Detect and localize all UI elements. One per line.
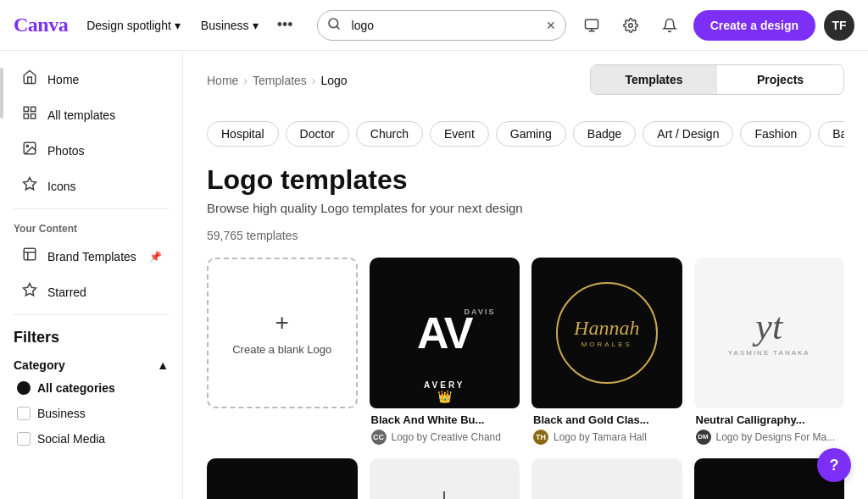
user-avatar[interactable]: TF xyxy=(824,10,854,41)
card-2-info: Black and Gold Clas... TH Logo by Tamara… xyxy=(531,408,682,446)
breadcrumb: Home › Templates › Logo xyxy=(207,74,348,87)
business-label: Business xyxy=(201,19,249,32)
pill-badge[interactable]: Badge xyxy=(573,121,636,147)
template-count: 59,765 templates xyxy=(207,229,844,242)
template-card-1[interactable]: AV DAVIS AVERY 👑 Black And White Bu... C… xyxy=(370,258,520,446)
card-1-author-row: CC Logo by Creative Chand xyxy=(371,430,519,445)
filter-section: Filters Category ▲ All categories Busine… xyxy=(0,320,182,460)
canva-logo[interactable]: Canva xyxy=(14,14,68,36)
canva-logo-text: Canva xyxy=(14,14,68,36)
card-1-thumb: AV DAVIS AVERY 👑 xyxy=(370,258,520,408)
pill-event[interactable]: Event xyxy=(430,121,489,147)
template-card-2[interactable]: Hannah MORALES Black and Gold Clas... TH xyxy=(531,258,682,446)
filter-check-social xyxy=(17,432,31,446)
card-3-thumb: yt YASMINE TANAKA xyxy=(694,258,845,408)
blank-label: Create a blank Logo xyxy=(232,343,331,356)
breadcrumb-sep-2: › xyxy=(312,74,316,87)
card-1-avatar: CC xyxy=(371,430,387,445)
sidebar-item-icons[interactable]: Icons xyxy=(7,169,175,203)
filter-all-categories[interactable]: All categories xyxy=(14,375,169,401)
toggle-templates[interactable]: Templates xyxy=(591,65,717,94)
notifications-icon-button[interactable] xyxy=(654,10,685,41)
breadcrumb-templates[interactable]: Templates xyxy=(253,74,307,87)
blank-plus-icon: + xyxy=(275,309,289,336)
sidebar-scrollbar xyxy=(0,68,3,119)
card-3-name: Neutral Calligraphy... xyxy=(696,413,843,426)
card-2-thumb: Hannah MORALES xyxy=(531,258,682,408)
hannah-circle: Hannah MORALES xyxy=(556,282,658,384)
create-blank-card[interactable]: + Create a blank Logo xyxy=(207,258,358,446)
search-clear-button[interactable]: ✕ xyxy=(546,19,556,32)
topnav-menu: Design spotlight ▾ Business ▾ ••• xyxy=(78,11,299,39)
view-toggle: Templates Projects xyxy=(590,64,844,95)
help-bubble[interactable]: ? xyxy=(817,448,851,482)
page-title: Logo templates xyxy=(207,164,844,196)
home-icon xyxy=(20,69,39,89)
sidebar-item-brand-templates[interactable]: Brand Templates 📌 xyxy=(7,239,175,274)
pill-doctor[interactable]: Doctor xyxy=(286,121,349,147)
more-menu-button[interactable]: ••• xyxy=(270,11,300,39)
blank-card-inner[interactable]: + Create a blank Logo xyxy=(207,258,358,408)
sidebar-item-photos[interactable]: Photos xyxy=(7,133,175,168)
starred-icon xyxy=(20,282,39,302)
template-card-6[interactable] xyxy=(531,458,682,500)
template-card-3[interactable]: yt YASMINE TANAKA Neutral Calligraphy...… xyxy=(694,258,845,446)
templates-grid: + Create a blank Logo AV DAVIS AVERY xyxy=(207,258,844,446)
main-layout: Home All templates Photos Icons Your Con… xyxy=(0,51,868,499)
sidebar-item-all-templates[interactable]: All templates xyxy=(7,97,175,132)
pill-gaming[interactable]: Gaming xyxy=(496,121,566,147)
svg-rect-13 xyxy=(24,248,36,260)
breadcrumb-current: Logo xyxy=(321,74,348,87)
breadcrumb-sep-1: › xyxy=(243,74,248,87)
toggle-projects[interactable]: Projects xyxy=(717,65,843,94)
card-1-author: Logo by Creative Chand xyxy=(392,431,501,443)
search-input[interactable] xyxy=(317,10,566,41)
design-spotlight-menu[interactable]: Design spotlight ▾ xyxy=(78,14,189,37)
templates-grid-row2 xyxy=(207,458,844,500)
sidebar-home-label: Home xyxy=(47,73,79,86)
sidebar-item-home[interactable]: Home xyxy=(7,62,175,97)
svg-rect-9 xyxy=(31,114,36,119)
card-4-thumb xyxy=(207,458,358,500)
filter-business[interactable]: Business xyxy=(14,401,169,426)
pill-art-design[interactable]: Art / Design xyxy=(643,121,733,147)
brand-templates-icon xyxy=(20,247,39,266)
create-design-button[interactable]: Create a design xyxy=(693,10,815,41)
monitor-icon-button[interactable] xyxy=(576,10,607,41)
search-container: ✕ xyxy=(317,10,566,41)
settings-icon-button[interactable] xyxy=(615,10,646,41)
svg-rect-7 xyxy=(31,107,36,111)
breadcrumb-home[interactable]: Home xyxy=(207,74,238,87)
sidebar-starred-label: Starred xyxy=(47,286,86,299)
template-card-5[interactable] xyxy=(370,458,520,500)
pill-band[interactable]: Band xyxy=(818,121,844,147)
pill-fashion[interactable]: Fashion xyxy=(740,121,811,147)
card-3-info: Neutral Calligraphy... DM Logo by Design… xyxy=(694,408,845,446)
card-5-thumb xyxy=(370,458,520,500)
page-subtitle: Browse high quality Logo templates for y… xyxy=(207,201,844,215)
card-3-author: Logo by Designs For Ma... xyxy=(716,431,836,443)
sidebar-brand-templates-label: Brand Templates xyxy=(47,250,136,263)
template-card-4[interactable] xyxy=(207,458,358,500)
card-1-name: Black And White Bu... xyxy=(371,413,519,426)
icons-icon xyxy=(20,176,39,196)
pill-church[interactable]: Church xyxy=(356,121,423,147)
sidebar-icons-label: Icons xyxy=(47,180,75,193)
sidebar-divider-1 xyxy=(14,208,169,209)
sidebar-photos-label: Photos xyxy=(47,144,85,158)
pill-hospital[interactable]: Hospital xyxy=(207,121,279,147)
card-2-author: Logo by Tamara Hall xyxy=(554,431,647,443)
category-label: Category xyxy=(14,358,65,372)
card-6-thumb xyxy=(531,458,682,500)
filter-social-media[interactable]: Social Media xyxy=(14,426,169,452)
svg-marker-14 xyxy=(24,284,36,296)
card-3-author-row: DM Logo by Designs For Ma... xyxy=(696,430,843,445)
topnav-right: Create a design TF xyxy=(576,10,854,41)
svg-point-5 xyxy=(628,23,632,27)
sidebar-item-starred[interactable]: Starred xyxy=(7,274,175,309)
card-1-info: Black And White Bu... CC Logo by Creativ… xyxy=(370,408,520,446)
category-header[interactable]: Category ▲ xyxy=(14,355,169,375)
topnav: Canva Design spotlight ▾ Business ▾ ••• … xyxy=(0,0,868,51)
business-menu[interactable]: Business ▾ xyxy=(192,14,267,37)
category-collapse-icon: ▲ xyxy=(157,358,169,372)
